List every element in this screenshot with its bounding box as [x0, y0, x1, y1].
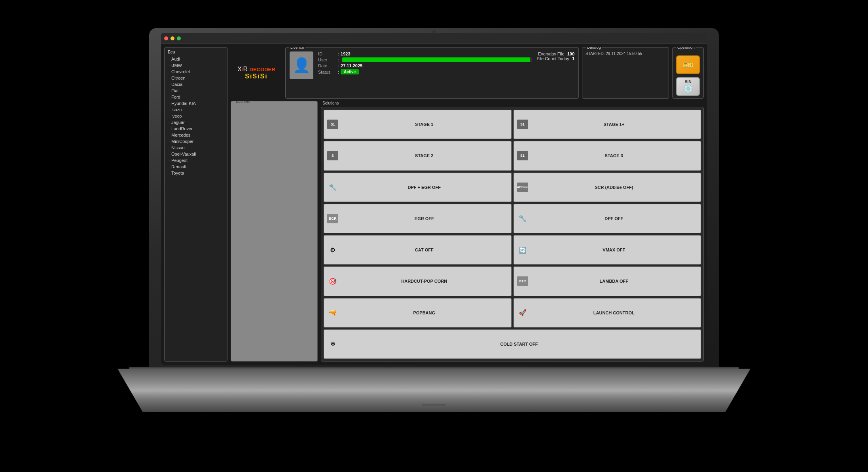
avatar-icon: 👤 [293, 57, 311, 74]
logo-x: X [237, 66, 242, 72]
file-count: File Count Today 1 [536, 56, 574, 61]
datalog-text: STARTED: 29.11.2024 15:50:55 [586, 51, 665, 56]
stage1plus-button[interactable]: S1 STAGE 1+ [514, 110, 701, 139]
launch-button[interactable]: 🚀 LAUNCH CONTROL [514, 298, 701, 327]
license-date-row: Date : 27.11.2025 [318, 63, 532, 68]
ticket-icon: 🎫 [683, 60, 694, 70]
license-title: Licence [289, 47, 305, 49]
lambda-icon: DTC [517, 276, 528, 286]
user-progress-bar [342, 57, 532, 62]
ecu-item-dacia[interactable]: Dacia [166, 81, 226, 88]
file-count-value: 1 [572, 56, 574, 61]
logo-area: XiR DECODER SiSiSi [231, 47, 282, 99]
close-btn[interactable] [164, 36, 168, 40]
dpf-egr-label: DPF + EGR OFF [341, 185, 508, 190]
lambda-button[interactable]: DTC LAMBDA OFF [514, 266, 701, 296]
popbang-button[interactable]: 🔫 POPBANG [324, 298, 512, 327]
vmax-button[interactable]: 🔄 VMAX OFF [514, 235, 701, 265]
stage1plus-label: STAGE 1+ [531, 122, 698, 127]
top-section: XiR DECODER SiSiSi Licence 👤 [231, 47, 704, 99]
stage2-icon: S [327, 151, 338, 160]
solutions-grid: S1 STAGE 1 S1 STAGE 1+ S [321, 107, 704, 362]
ticket-button[interactable]: 🎫 [676, 55, 700, 74]
license-id-row: ID : 1923 [318, 51, 532, 56]
lambda-label: LAMBDA OFF [531, 279, 698, 284]
title-bar [161, 33, 707, 44]
license-status-label: Status [318, 70, 338, 74]
license-status-value: Active [341, 69, 359, 74]
license-id-label: ID [318, 51, 338, 56]
middle-section: Ecu Info Solutions S1 [231, 101, 704, 362]
coldstart-button[interactable]: ❄ COLD START OFF [324, 329, 701, 359]
scr-label: SCR (ADblue OFF) [531, 185, 698, 190]
ecu-item-jaguar[interactable]: Jaguar [166, 119, 226, 126]
ecu-item-fiat[interactable]: Fiat [166, 88, 226, 94]
ecu-list: Audi BMW Chevrolet Citroen Dacia Fiat Fo… [166, 56, 226, 176]
ecu-item-iveco[interactable]: Iveco [166, 113, 226, 119]
minimize-btn[interactable] [171, 36, 174, 40]
license-id-value: 1923 [341, 51, 350, 56]
stage1-button[interactable]: S1 STAGE 1 [324, 110, 512, 139]
license-date-label: Date [318, 63, 338, 68]
maximize-btn[interactable] [177, 36, 181, 40]
dpf-egr-icon: 🔧 [327, 183, 338, 192]
dpf-button[interactable]: 🔧 DPF OFF [514, 204, 701, 233]
ecu-item-isuzu[interactable]: Isuzu [166, 107, 226, 113]
ecu-item-ford[interactable]: Ford [166, 94, 226, 100]
egr-icon: EGR [327, 214, 338, 223]
stage1-label: STAGE 1 [341, 122, 508, 127]
ecu-item-bmw[interactable]: BMW [166, 62, 226, 69]
ecu-item-mercedes[interactable]: Mercedes [166, 132, 226, 138]
stage3-button[interactable]: S1 STAGE 3 [514, 141, 701, 170]
solutions-area: Solutions S1 STAGE 1 S1 [321, 101, 704, 362]
vmax-icon: 🔄 [517, 245, 528, 255]
app-ui: Ecu Audi BMW Chevrolet Citroen Dacia Fia… [161, 33, 707, 365]
ecu-panel-label: Ecu [166, 50, 226, 54]
license-info: ID : 1923 User : [318, 51, 532, 79]
laptop-wrapper: Ecu Audi BMW Chevrolet Citroen Dacia Fia… [118, 28, 750, 444]
logo-subtitle: SiSiSi [245, 73, 267, 80]
ecu-item-renault[interactable]: Renault [166, 164, 226, 170]
ecu-item-citroen[interactable]: Citroen [166, 75, 226, 81]
license-box: Licence 👤 ID : 192 [285, 47, 579, 99]
egr-button[interactable]: EGR EGR OFF [324, 204, 512, 233]
ecu-item-audi[interactable]: Audi [166, 56, 226, 62]
license-date-value: 27.11.2025 [341, 63, 362, 68]
window-controls [164, 36, 181, 40]
hardcut-button[interactable]: 🎯 HARDCUT-POP CORN [324, 266, 512, 296]
stage2-button[interactable]: S STAGE 2 [324, 141, 512, 170]
hardcut-icon: 🎯 [327, 276, 338, 286]
operation-title: Operation [676, 47, 696, 49]
launch-icon: 🚀 [517, 308, 528, 318]
ecu-item-toyota[interactable]: Toyota [166, 170, 226, 176]
stage1-icon: S1 [327, 120, 338, 129]
screen-bezel: Ecu Audi BMW Chevrolet Citroen Dacia Fia… [161, 33, 707, 365]
avatar: 👤 [290, 51, 313, 79]
launch-label: LAUNCH CONTROL [531, 310, 698, 315]
ecu-item-chevrolet[interactable]: Chevrolet [166, 69, 226, 75]
cat-label: CAT OFF [341, 247, 508, 252]
ecu-item-hyundai[interactable]: Hyundai-KIA [166, 100, 226, 107]
scr-button[interactable]: ADblue SCR (ADblue OFF) [514, 173, 701, 202]
vmax-label: VMAX OFF [531, 247, 698, 252]
logo-decoder: DECODER [250, 67, 275, 72]
dpf-egr-button[interactable]: 🔧 DPF + EGR OFF [324, 173, 512, 202]
ecu-item-minicooper[interactable]: MiniCooper [166, 138, 226, 145]
bin-icon: 💿 [683, 84, 693, 93]
license-user-label: User [318, 57, 338, 62]
ecu-item-landrover[interactable]: LandRover [166, 126, 226, 132]
ecu-item-nissan[interactable]: Nissan [166, 145, 226, 151]
bin-button[interactable]: BIN 💿 [676, 77, 700, 96]
content-area: XiR DECODER SiSiSi Licence 👤 [231, 47, 704, 362]
ecu-item-peugeot[interactable]: Peugeot [166, 157, 226, 164]
dpf-icon: 🔧 [517, 214, 528, 223]
scr-icon: ADblue [517, 183, 528, 192]
ecu-info-title: Ecu Info [234, 101, 252, 103]
datalog-title: Datalog [586, 47, 602, 49]
stage3-icon: S1 [517, 151, 528, 160]
coldstart-label: COLD START OFF [341, 342, 697, 346]
cat-button[interactable]: ⚙ CAT OFF [324, 235, 512, 265]
coldstart-icon: ❄ [327, 339, 338, 349]
ecu-item-opel[interactable]: Opel-Vauxall [166, 151, 226, 157]
solutions-title-bar: Solutions [321, 101, 704, 105]
